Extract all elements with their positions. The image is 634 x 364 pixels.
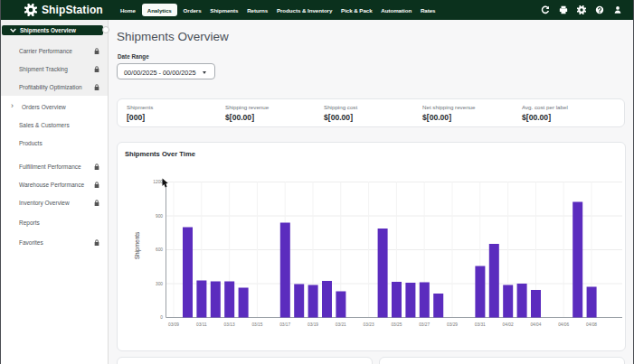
- svg-text:0: 0: [160, 315, 163, 320]
- svg-text:04/06: 04/06: [558, 322, 569, 327]
- svg-text:04/08: 04/08: [586, 322, 597, 327]
- svg-text:03/13: 03/13: [224, 322, 235, 327]
- svg-text:04/02: 04/02: [503, 322, 514, 327]
- svg-text:600: 600: [156, 247, 163, 252]
- svg-text:03/11: 03/11: [196, 322, 207, 327]
- svg-text:03/29: 03/29: [447, 322, 458, 327]
- svg-text:03/21: 03/21: [336, 322, 346, 327]
- svg-text:900: 900: [156, 214, 163, 219]
- svg-text:03/27: 03/27: [419, 322, 430, 327]
- svg-text:03/15: 03/15: [251, 322, 262, 327]
- svg-text:Shipments: Shipments: [134, 231, 141, 259]
- svg-text:03/25: 03/25: [391, 322, 402, 327]
- svg-text:03/09: 03/09: [168, 322, 179, 327]
- svg-text:03/31: 03/31: [475, 322, 486, 327]
- svg-text:03/17: 03/17: [279, 322, 290, 327]
- svg-text:03/23: 03/23: [364, 322, 374, 327]
- svg-text:04/04: 04/04: [530, 322, 541, 327]
- svg-text:03/19: 03/19: [308, 322, 318, 327]
- svg-text:300: 300: [156, 282, 163, 286]
- svg-text:1200: 1200: [153, 180, 163, 184]
